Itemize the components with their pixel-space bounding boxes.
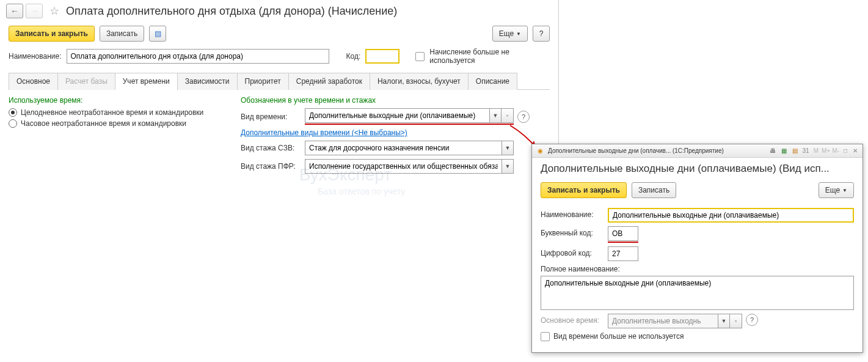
open-icon: ▫: [506, 113, 508, 119]
sub-body: Записать и закрыть Записать Еще▼ Наимено…: [532, 180, 863, 352]
tab-avg[interactable]: Средний заработок: [288, 73, 370, 90]
watermark-sub: База ответов по учету: [318, 187, 405, 196]
szv-label: Вид стажа СЗВ:: [241, 144, 305, 152]
code-input[interactable]: [365, 49, 399, 64]
sub-name-row: Наименование:: [541, 208, 854, 223]
sub-num-code-label: Цифровой код:: [541, 246, 608, 257]
sub-letter-code-label: Буквенный код:: [541, 226, 608, 237]
app-icon: ◉: [536, 147, 544, 155]
pfr-input[interactable]: [305, 159, 501, 174]
name-input[interactable]: [67, 49, 329, 64]
time-type-input[interactable]: [305, 108, 489, 123]
additional-types-link[interactable]: Дополнительные виды времени (<Не выбраны…: [241, 128, 407, 137]
sub-more-button[interactable]: Еще▼: [819, 182, 854, 198]
sub-titlebar: ◉ Дополнительные выходные дни (оплачив..…: [532, 144, 863, 158]
sub-full-name-textarea[interactable]: [541, 276, 854, 310]
tab-content: Используемое время: Целодневное неотрабо…: [0, 90, 558, 183]
chevron-down-icon: ▼: [721, 318, 727, 324]
back-button[interactable]: ←: [6, 4, 23, 18]
name-label: Наименование:: [9, 52, 62, 61]
page-title: Оплата дополнительного дня отдыха (для д…: [66, 5, 397, 18]
sub-main-time-input: [608, 314, 718, 328]
header: ← → ☆ Оплата дополнительного дня отдыха …: [0, 0, 558, 22]
main-toolbar: Записать и закрыть Записать ▤ Еще▼ ?: [0, 22, 558, 45]
save-button[interactable]: Записать: [100, 26, 144, 42]
chevron-down-icon: ▼: [505, 145, 511, 151]
open-icon: ▫: [735, 318, 737, 324]
szv-row: Вид стажа СЗВ: ▼: [241, 141, 550, 155]
radio-hourly-row[interactable]: Часовое неотработанное время и командиро…: [9, 119, 241, 128]
close-button[interactable]: ✕: [850, 147, 860, 155]
chevron-down-icon: ▼: [493, 113, 498, 119]
time-type-combo[interactable]: ▼ ▫: [305, 108, 514, 125]
pfr-combo[interactable]: ▼: [305, 159, 514, 174]
chevron-down-icon: ▼: [516, 31, 521, 37]
not-used-checkbox[interactable]: [415, 52, 425, 61]
calc-icon[interactable]: ▤: [790, 147, 799, 155]
tab-time[interactable]: Учет времени: [115, 73, 178, 90]
time-type-open-button[interactable]: ▫: [501, 108, 514, 123]
code-label: Код:: [346, 52, 361, 61]
sub-main-time-help-button[interactable]: ?: [746, 314, 758, 326]
sub-main-time-label: Основное время:: [541, 314, 608, 325]
sub-main-time-dropdown-button[interactable]: ▼: [718, 314, 730, 328]
tab-tax[interactable]: Налоги, взносы, бухучет: [370, 73, 469, 90]
radio-full-day-row[interactable]: Целодневное неотработанное время и коман…: [9, 108, 241, 117]
m-plus-button[interactable]: M+: [821, 147, 831, 155]
additional-types-row: Дополнительные виды времени (<Не выбраны…: [241, 128, 550, 137]
sub-letter-code-input[interactable]: [608, 226, 638, 241]
szv-combo[interactable]: ▼: [305, 141, 514, 155]
grid-icon[interactable]: ▦: [779, 147, 788, 155]
sub-name-label: Наименование:: [541, 208, 608, 219]
help-button[interactable]: ?: [533, 26, 550, 42]
sub-num-code-input[interactable]: [608, 246, 638, 261]
sub-title: Дополнительные выходные дни (оплачиваемы…: [532, 158, 863, 180]
sub-not-used-row: Вид времени больше не используется: [541, 332, 854, 341]
not-used-label: Начисление больше не используется: [429, 48, 527, 65]
name-row: Наименование: Код: Начисление больше не …: [0, 45, 558, 67]
szv-dropdown-button[interactable]: ▼: [501, 141, 514, 155]
print-icon[interactable]: 🖶: [768, 147, 777, 155]
sub-letter-code-row: Буквенный код:: [541, 226, 854, 243]
time-type-label: Вид времени:: [241, 113, 305, 121]
m-minus-button[interactable]: M-: [831, 147, 841, 155]
sub-main-time-combo[interactable]: ▼ ▫: [608, 314, 742, 328]
sub-save-button[interactable]: Записать: [632, 182, 676, 198]
maximize-button[interactable]: □: [841, 147, 850, 155]
tab-base[interactable]: Расчет базы: [57, 73, 115, 90]
pfr-dropdown-button[interactable]: ▼: [501, 159, 514, 174]
tab-deps[interactable]: Зависимости: [177, 73, 238, 90]
radio-hourly[interactable]: [9, 119, 17, 128]
sub-name-input[interactable]: [608, 208, 854, 223]
chevron-down-icon: ▼: [842, 188, 847, 193]
sub-not-used-label: Вид времени больше не используется: [553, 332, 684, 341]
save-close-button[interactable]: Записать и закрыть: [9, 26, 95, 42]
sub-not-used-checkbox[interactable]: [541, 332, 550, 341]
left-column: Используемое время: Целодневное неотрабо…: [9, 96, 241, 177]
sub-full-name-row: Полное наименование:: [541, 265, 854, 310]
calendar-icon[interactable]: 31: [801, 147, 810, 155]
tab-priority[interactable]: Приоритет: [237, 73, 289, 90]
designations-section-label: Обозначения в учете времени и стажах: [241, 96, 550, 105]
szv-input[interactable]: [305, 141, 501, 155]
tabs: Основное Расчет базы Учет времени Зависи…: [9, 72, 550, 90]
tab-main[interactable]: Основное: [9, 73, 58, 90]
more-button[interactable]: Еще▼: [492, 26, 528, 42]
sub-num-code-row: Цифровой код:: [541, 246, 854, 261]
radio-full-day-label: Целодневное неотработанное время и коман…: [21, 108, 203, 117]
sub-save-close-button[interactable]: Записать и закрыть: [541, 182, 627, 198]
list-icon: ▤: [155, 29, 161, 38]
time-type-help-button[interactable]: ?: [517, 111, 530, 123]
time-type-dropdown-button[interactable]: ▼: [489, 108, 501, 123]
pfr-label: Вид стажа ПФР:: [241, 162, 305, 171]
m-button[interactable]: M: [811, 147, 821, 155]
favorite-star-icon[interactable]: ☆: [48, 4, 61, 18]
radio-full-day[interactable]: [9, 108, 17, 117]
sub-titlebar-text: Дополнительные выходные дни (оплачив... …: [545, 147, 767, 154]
used-time-section-label: Используемое время:: [9, 96, 241, 105]
list-icon-button[interactable]: ▤: [149, 26, 166, 42]
tab-desc[interactable]: Описание: [468, 73, 517, 90]
pfr-row: Вид стажа ПФР: ▼: [241, 159, 550, 174]
forward-button[interactable]: →: [26, 4, 43, 18]
sub-main-time-open-button[interactable]: ▫: [730, 314, 742, 328]
